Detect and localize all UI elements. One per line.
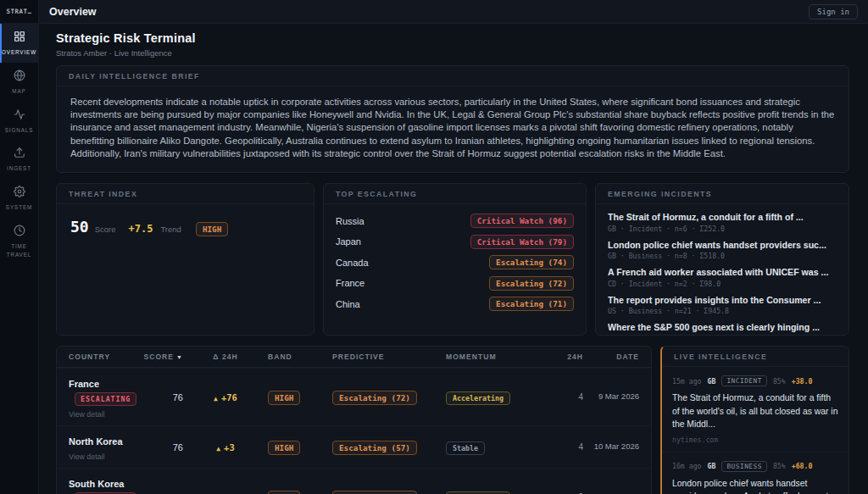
incident-item[interactable]: A French aid worker associated with UNIC… (608, 267, 837, 288)
daily-brief-text: Recent developments indicate a notable u… (57, 86, 849, 172)
sidebar-item-label: INGEST (7, 164, 31, 173)
momentum-badge: Stable (446, 441, 485, 455)
incident-meta: GB · Incident · n=6 · Σ252.0 (608, 225, 837, 233)
col-header-band: BAND (268, 352, 324, 361)
country-label: Canada (336, 258, 369, 268)
confidence-pct: 85% (773, 377, 786, 386)
live-feed-item[interactable]: 15m ago GB INCIDENT 85% +38.0 The Strait… (662, 367, 849, 452)
predictive-badge: Escalating (57) (332, 441, 417, 455)
col-header-predictive: PREDICTIVE (332, 352, 437, 361)
category-badge: BUSINESS (721, 461, 767, 472)
band-cell: HIGH (268, 439, 324, 455)
threat-index-body: 50 Score +7.5 Trend HIGH (57, 204, 314, 250)
escalating-row[interactable]: Canada Escalating (74) (336, 255, 574, 269)
live-item-meta: 16m ago GB BUSINESS 85% +68.0 (672, 461, 838, 472)
main-column: Overview Sign in Strategic Risk Terminal… (39, 0, 868, 494)
momentum-cell: Accelerating (446, 389, 549, 405)
app-logo: STRAT… (0, 0, 38, 24)
sign-in-button[interactable]: Sign in (809, 4, 858, 19)
date-cell: 9 Mar 2026 (592, 391, 639, 402)
delta-up-icon: ▲ (216, 445, 220, 452)
delta-cell: ▲+76 (192, 392, 259, 402)
predictive-badge: Escalating (61) (332, 491, 417, 494)
page-subtitle: Stratos Amber · Live Intelligence (56, 48, 849, 58)
date-cell: 11 Mar 2026 (592, 491, 639, 494)
impact-score: +68.0 (792, 462, 813, 470)
impact-score: +38.0 (792, 377, 813, 386)
sidebar-item-signals[interactable]: SIGNALS (0, 102, 38, 141)
live-feed-item[interactable]: 16m ago GB BUSINESS 85% +68.0 London pol… (662, 452, 849, 494)
country-name: France (69, 379, 99, 389)
daily-brief-title: DAILY INTELLIGENCE BRIEF (57, 66, 849, 86)
table-row[interactable]: South KoreaESCALATING View detail 76 ▲+7… (57, 468, 651, 494)
country-name: South Korea (69, 479, 124, 489)
col-header-score[interactable]: SCORE▼ (134, 352, 183, 361)
incident-title: The Strait of Hormuz, a conduit for a fi… (608, 212, 837, 222)
app-root: STRAT… OVERVIEW MAP SIGNALS INGEST (0, 0, 868, 494)
band-cell: HIGH (268, 389, 324, 405)
daily-brief-panel: DAILY INTELLIGENCE BRIEF Recent developm… (56, 65, 849, 173)
threat-score-label: Score (95, 225, 116, 234)
status-badge: Escalating (71) (489, 297, 574, 311)
incident-title: A French aid worker associated with UNIC… (608, 267, 837, 277)
incident-item[interactable]: The Strait of Hormuz, a conduit for a fi… (608, 212, 837, 233)
escalating-row[interactable]: Japan Critical Watch (79) (336, 235, 574, 249)
top-escalating-list: Russia Critical Watch (96) Japan Critica… (324, 204, 586, 311)
escalating-row[interactable]: China Escalating (71) (336, 297, 574, 311)
momentum-badge: Accelerating (446, 391, 510, 405)
col-header-24h: 24H (558, 352, 583, 361)
topbar-title: Overview (49, 6, 97, 18)
globe-icon (14, 69, 25, 85)
page-title: Strategic Risk Terminal (56, 31, 849, 45)
live-intelligence-title: LIVE INTELLIGENCE (662, 347, 849, 367)
live-item-source: nytimes.com (672, 436, 838, 444)
incident-meta: US · Business · n=21 · Σ945.8 (608, 307, 837, 315)
threat-trend-label: Trend (160, 225, 181, 234)
country-table-panel: COUNTRY SCORE▼ Δ 24H BAND PREDICTIVE MOM… (56, 346, 652, 494)
country-cell: North Korea View detail (69, 433, 125, 461)
incident-item[interactable]: The report provides insights into the Co… (608, 295, 837, 316)
threat-trend: +7.5 (129, 223, 153, 235)
col-header-delta: Δ 24H (192, 352, 259, 361)
sidebar-item-overview[interactable]: OVERVIEW (0, 24, 38, 63)
sidebar-item-label: SIGNALS (5, 126, 34, 135)
table-row[interactable]: North Korea View detail 76 ▲+3 HIGH Esca… (57, 425, 651, 468)
incident-meta: IR · Business · n=16 · Σ773.8 (608, 335, 837, 336)
incident-meta: CD · Incident · n=2 · Σ98.0 (608, 280, 837, 288)
incident-title: London police chief wants handset provid… (608, 240, 837, 250)
grid-icon (14, 31, 25, 46)
escalating-tag: ESCALATING (75, 392, 136, 406)
escalating-row[interactable]: France Escalating (72) (336, 276, 574, 291)
view-detail-link[interactable]: View detail (69, 452, 125, 461)
24h-cell: 4 (558, 442, 583, 452)
middle-row: THREAT INDEX 50 Score +7.5 Trend HIGH TO… (56, 183, 849, 336)
threat-index-panel: THREAT INDEX 50 Score +7.5 Trend HIGH (56, 183, 314, 336)
status-badge: Critical Watch (79) (470, 235, 574, 249)
predictive-badge: Escalating (72) (332, 391, 417, 405)
content-area: Strategic Risk Terminal Stratos Amber · … (39, 24, 868, 494)
country-label: Russia (336, 216, 364, 226)
escalating-row[interactable]: Russia Critical Watch (96) (336, 214, 574, 228)
band-badge: HIGH (268, 391, 300, 405)
table-row[interactable]: FranceESCALATING View detail 76 ▲+76 HIG… (57, 368, 651, 425)
band-badge: HIGH (268, 491, 300, 494)
country-code: GB (708, 377, 716, 386)
predictive-cell: Escalating (57) (332, 439, 437, 455)
sort-desc-icon: ▼ (176, 354, 183, 360)
sidebar-item-ingest[interactable]: INGEST (0, 140, 38, 179)
status-badge: Escalating (74) (489, 255, 574, 269)
clock-icon (14, 225, 25, 240)
country-cell: South KoreaESCALATING View detail (69, 475, 125, 494)
incident-item[interactable]: London police chief wants handset provid… (608, 240, 837, 261)
top-escalating-title: TOP ESCALATING (324, 184, 586, 204)
sidebar-item-time-travel[interactable]: TIME TRAVEL (0, 218, 38, 265)
sidebar-item-system[interactable]: SYSTEM (0, 179, 38, 218)
topbar: Overview Sign in (39, 0, 868, 24)
incident-item[interactable]: Where the S&P 500 goes next is clearly h… (608, 322, 837, 336)
view-detail-link[interactable]: View detail (69, 410, 125, 419)
predictive-cell: Escalating (61) (332, 489, 437, 494)
country-cell: FranceESCALATING View detail (69, 375, 125, 419)
band-badge: HIGH (268, 441, 300, 455)
sidebar-item-map[interactable]: MAP (0, 63, 38, 102)
momentum-cell: Stable (446, 439, 549, 455)
